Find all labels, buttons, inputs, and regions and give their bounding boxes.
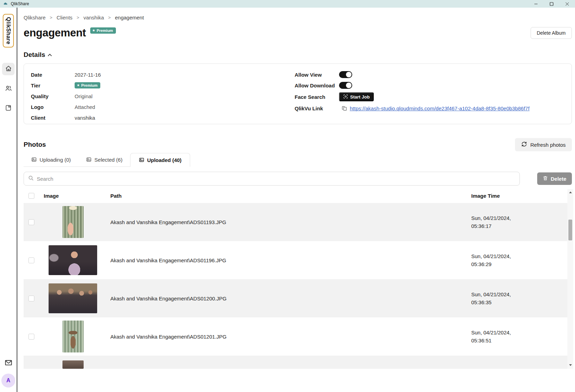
home-icon [5,65,12,74]
trash-icon [543,176,548,182]
photos-tabs: Uploading (0) Selected (6) Uploaded (40) [24,153,190,167]
toggle-label-allow-view: Allow View [295,72,339,78]
photo-time: Sun, 04/21/2024,05:36:51 [468,329,572,344]
field-value-logo: Attached [75,104,95,110]
table-scrollbar[interactable] [567,189,573,369]
sidebar-item-home[interactable] [2,63,15,75]
breadcrumb-item-clients[interactable]: Clients [57,15,73,20]
photo-thumbnail[interactable] [62,321,84,352]
start-job-button[interactable]: Start Job [339,92,374,101]
qlikvu-link[interactable]: https://akash-studio.qloudminds.com/de23… [350,105,530,111]
breadcrumb-item-vanshika[interactable]: vanshika [83,15,104,20]
photos-table: Image Path Image Time Akash and Vanshika… [24,188,572,369]
app-logo: QlikShare [3,14,14,48]
row-checkbox[interactable] [28,334,34,340]
breadcrumb-separator: > [77,15,79,20]
photo-path: Akash and Vanshika Engagement\ADS01201.J… [107,334,468,340]
star-icon: ★ [92,29,95,32]
breadcrumb-separator: > [50,15,52,20]
app-title: QlikShare [11,1,29,6]
allow-view-toggle[interactable] [339,71,352,78]
table-row [24,356,572,369]
field-label-quality: Quality [31,93,75,99]
breadcrumb-item-qlikshare[interactable]: Qlikshare [24,15,45,20]
photos-heading: Photos [24,141,46,148]
maximize-button[interactable] [544,0,559,8]
select-all-checkbox[interactable] [28,193,34,199]
field-label-logo: Logo [31,104,75,110]
tab-selected[interactable]: Selected (6) [78,153,130,167]
photo-thumbnail[interactable] [49,245,97,275]
sidebar-item-albums[interactable] [2,102,15,115]
row-checkbox[interactable] [28,219,34,225]
column-header-image: Image [39,193,107,199]
breadcrumb-item-engagement: engagement [115,15,144,20]
sidebar-nav [2,63,15,115]
field-value-quality: Original [75,93,93,99]
table-row: Akash and Vanshika Engagement\ADS01200.J… [24,279,572,317]
search-box [24,172,520,186]
avatar-letter: A [6,377,10,384]
delete-album-button[interactable]: Delete Album [531,27,572,39]
toggle-label-allow-download: Allow Download [295,83,339,88]
premium-badge: ★ Premium [90,27,116,34]
photo-time: Sun, 04/21/2024,05:36:35 [468,290,572,306]
details-heading: Details [24,51,45,59]
close-button[interactable] [559,0,575,8]
tier-premium-badge: ★ Premium [75,82,100,88]
copy-link-icon[interactable] [342,106,347,111]
main-content: Qlikshare > Clients > vanshika > engagem… [17,8,575,392]
scrollbar-thumb[interactable] [568,220,572,240]
photo-path: Akash and Vanshika Engagement\ADS01193.J… [107,219,468,225]
bookmark-icon [5,104,12,113]
app-logo-text: QlikShare [5,17,11,44]
table-row: Akash and Vanshika Engagement\ADS01196.J… [24,241,572,279]
scrollbar-down-arrow[interactable] [567,363,573,367]
allow-download-toggle[interactable] [339,82,352,89]
sidebar-item-clients[interactable] [2,83,15,95]
tab-uploaded[interactable]: Uploaded (40) [130,153,190,167]
minimize-button[interactable] [528,0,544,8]
row-checkbox[interactable] [28,296,34,301]
face-scan-icon [343,94,348,100]
refresh-photos-button[interactable]: Refresh photos [515,138,572,151]
photo-path: Akash and Vanshika Engagement\ADS01196.J… [107,257,468,263]
photo-path: Akash and Vanshika Engagement\ADS01200.J… [107,296,468,301]
photo-thumbnail[interactable] [62,206,84,238]
avatar[interactable]: A [1,374,15,387]
users-icon [5,85,12,93]
table-header: Image Path Image Time [24,188,572,203]
sidebar: QlikShare [0,8,17,392]
table-row: Akash and Vanshika Engagement\ADS01201.J… [24,317,572,356]
photo-thumbnail[interactable] [62,360,84,369]
breadcrumb-separator: > [108,15,111,20]
delete-photos-button[interactable]: Delete [537,172,572,185]
titlebar: QlikShare [0,0,575,8]
photo-time: Sun, 04/21/2024,05:36:17 [468,214,572,230]
page-title: engagement [24,27,86,39]
app-icon [3,1,8,6]
image-plus-icon [31,157,37,162]
search-icon [28,175,34,182]
photo-thumbnail[interactable] [49,283,97,313]
tab-uploading[interactable]: Uploading (0) [24,153,78,167]
image-star-icon [86,157,92,162]
column-header-image-time: Image Time [468,193,572,199]
sidebar-item-messages[interactable] [4,358,13,368]
table-body: Akash and Vanshika Engagement\ADS01193.J… [24,203,572,369]
photo-time: Sun, 04/21/2024,05:36:29 [468,252,572,268]
field-label-client: Client [31,115,75,121]
mail-icon [4,358,13,368]
search-input[interactable] [37,176,515,182]
collapse-details-chevron-icon[interactable] [48,53,52,57]
qlikvu-link-label: QlikVu Link [295,105,339,111]
sidebar-bottom: A [1,358,15,387]
breadcrumb: Qlikshare > Clients > vanshika > engagem… [24,15,572,20]
table-row: Akash and Vanshika Engagement\ADS01193.J… [24,203,572,241]
field-value-client: vanshika [75,115,95,121]
scrollbar-up-arrow[interactable] [567,190,573,195]
refresh-icon [521,141,527,148]
column-header-path: Path [107,193,468,199]
star-icon: ★ [77,84,80,87]
row-checkbox[interactable] [28,257,34,263]
